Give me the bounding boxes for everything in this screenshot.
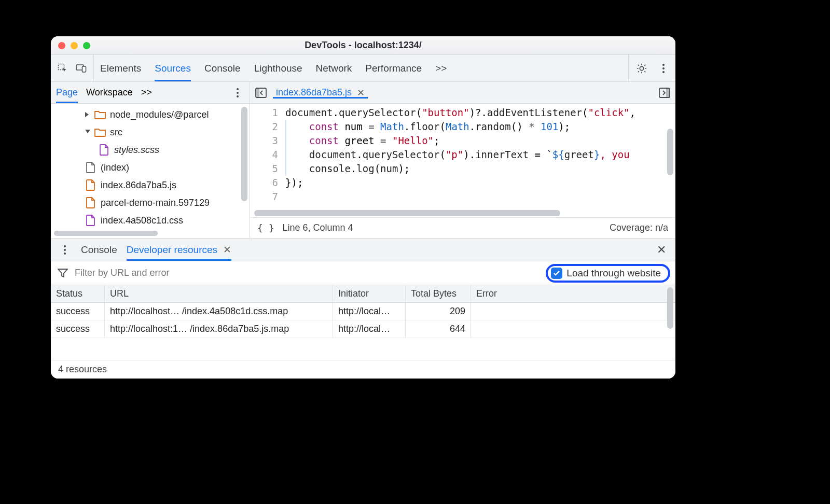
sidebar-scrollbar-horizontal[interactable] — [51, 231, 250, 238]
svg-point-4 — [662, 67, 665, 69]
inspect-element-icon[interactable] — [56, 62, 70, 75]
device-toolbar-icon[interactable] — [75, 62, 88, 75]
nav-more-icon[interactable] — [231, 86, 244, 100]
tree-label: index.4a508c1d.css — [101, 215, 183, 226]
table-row[interactable]: success http://localhost… /index.4a508c1… — [51, 303, 675, 320]
svg-rect-2 — [82, 66, 86, 72]
tree-label: parcel-demo-main.597129 — [101, 198, 210, 208]
chevron-down-icon[interactable] — [85, 130, 90, 135]
svg-point-7 — [237, 92, 239, 94]
svg-point-6 — [237, 88, 239, 90]
filter-icon[interactable] — [56, 267, 70, 280]
format-code-button[interactable]: { } — [257, 222, 274, 233]
editor-tab-active[interactable]: index.86da7ba5.js ✕ — [273, 87, 368, 99]
sources-navigator: Page Workspace >> node_modul — [51, 82, 250, 238]
nav-tabs-overflow[interactable]: >> — [141, 82, 152, 103]
tree-folder-src[interactable]: src — [51, 123, 250, 141]
col-error[interactable]: Error — [471, 285, 675, 302]
drawer-status-bar: 4 resources — [51, 360, 675, 379]
folder-icon — [94, 127, 106, 138]
svg-rect-12 — [666, 88, 670, 97]
col-status[interactable]: Status — [51, 285, 105, 302]
sidebar-scrollbar-vertical[interactable] — [241, 107, 247, 201]
file-tree[interactable]: node_modules/@parcel src — [51, 104, 250, 231]
code-editor: index.86da7ba5.js ✕ 1234567 document.que… — [250, 82, 675, 238]
file-icon — [85, 215, 96, 226]
gutter: 1234567 — [250, 104, 285, 209]
coverage-status: Coverage: n/a — [610, 222, 668, 233]
tree-label: styles.scss — [114, 145, 159, 156]
drawer-more-icon[interactable] — [58, 243, 72, 257]
editor-tab-label: index.86da7ba5.js — [276, 87, 352, 98]
editor-scrollbar-vertical[interactable] — [667, 129, 673, 175]
svg-point-5 — [662, 71, 665, 73]
svg-point-13 — [64, 245, 66, 247]
svg-point-8 — [237, 95, 239, 97]
close-tab-icon[interactable]: ✕ — [357, 87, 365, 99]
file-icon — [85, 179, 96, 191]
editor-scrollbar-horizontal[interactable] — [250, 209, 675, 217]
tab-performance[interactable]: Performance — [365, 55, 422, 81]
nav-tab-page[interactable]: Page — [56, 82, 78, 103]
tree-file-index-js[interactable]: index.86da7ba5.js — [51, 176, 250, 194]
devtools-window: DevTools - localhost:1234/ Elements Sour… — [51, 36, 675, 379]
titlebar: DevTools - localhost:1234/ — [51, 36, 675, 55]
more-options-icon[interactable] — [657, 62, 670, 75]
drawer-tab-dev-resources[interactable]: Developer resources ✕ — [127, 239, 231, 261]
drawer-tab-label: Developer resources — [127, 244, 217, 256]
svg-rect-10 — [256, 88, 259, 97]
window-title: DevTools - localhost:1234/ — [51, 40, 675, 51]
col-total-bytes[interactable]: Total Bytes — [406, 285, 471, 302]
drawer-tab-console[interactable]: Console — [81, 239, 117, 261]
tab-lighthouse[interactable]: Lighthouse — [254, 55, 302, 81]
tree-label: node_modules/@parcel — [110, 109, 209, 120]
file-icon — [99, 144, 110, 156]
tree-file-parcel-demo[interactable]: parcel-demo-main.597129 — [51, 194, 250, 212]
svg-point-15 — [64, 253, 66, 255]
load-through-website-checkbox[interactable] — [551, 268, 562, 279]
file-icon — [85, 162, 96, 173]
tree-label: index.86da7ba5.js — [101, 180, 176, 191]
filter-input[interactable] — [75, 268, 540, 278]
svg-point-3 — [662, 64, 665, 66]
load-through-website-label: Load through website — [566, 268, 661, 279]
close-drawer-icon[interactable]: ✕ — [655, 243, 668, 257]
close-drawer-tab-icon[interactable]: ✕ — [223, 244, 231, 256]
tab-network[interactable]: Network — [316, 55, 352, 81]
chevron-right-icon[interactable] — [85, 112, 90, 117]
toggle-navigator-icon[interactable] — [254, 86, 268, 100]
drawer: Console Developer resources ✕ ✕ — [51, 239, 675, 379]
load-through-website-highlight: Load through website — [546, 264, 670, 283]
drawer-scrollbar-vertical[interactable] — [667, 287, 673, 329]
svg-point-14 — [64, 249, 66, 251]
tree-file-styles-scss[interactable]: styles.scss — [51, 141, 250, 159]
tree-label: src — [110, 127, 122, 138]
tree-file-index[interactable]: (index) — [51, 159, 250, 176]
cursor-position: Line 6, Column 4 — [283, 222, 353, 233]
table-row[interactable]: success http://localhost:1… /index.86da7… — [51, 320, 675, 338]
tab-elements[interactable]: Elements — [100, 55, 141, 81]
tabs-overflow[interactable]: >> — [435, 55, 447, 81]
resources-table-header: Status URL Initiator Total Bytes Error — [51, 285, 675, 303]
top-tab-bar: Elements Sources Console Lighthouse Netw… — [51, 55, 675, 82]
tab-console[interactable]: Console — [204, 55, 241, 81]
file-icon — [85, 197, 96, 208]
toggle-debugger-icon[interactable] — [658, 86, 671, 100]
tree-folder-node-modules[interactable]: node_modules/@parcel — [51, 106, 250, 123]
nav-tab-workspace[interactable]: Workspace — [86, 82, 133, 103]
code-area[interactable]: document.querySelector("button")?.addEve… — [285, 104, 675, 209]
col-initiator[interactable]: Initiator — [333, 285, 406, 302]
tree-label: (index) — [101, 162, 129, 173]
col-url[interactable]: URL — [105, 285, 333, 302]
tab-sources[interactable]: Sources — [155, 55, 191, 81]
folder-icon — [94, 109, 106, 120]
settings-gear-icon[interactable] — [635, 62, 648, 75]
tree-file-index-css[interactable]: index.4a508c1d.css — [51, 212, 250, 229]
